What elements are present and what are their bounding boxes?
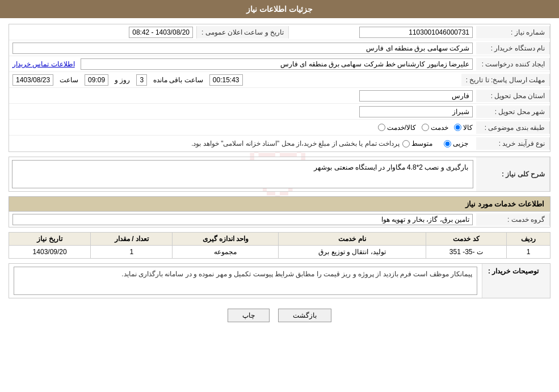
purchase-radio-motavaset[interactable]: متوسط	[402, 140, 432, 147]
page-title: جزئیات اطلاعات نیاز	[246, 5, 313, 14]
service-group-value: تامین برق، گاز، بخار و تهویه هوا	[9, 212, 476, 227]
service-group-label: گروه خدمت :	[476, 213, 550, 226]
category-radio-group: کالا خدمت کالا/خدمت	[12, 124, 473, 132]
col-quantity: تعداد / مقدار	[91, 233, 173, 246]
response-values: 1403/08/23 ساعت 09:09 روز و 3 ساعت باقی …	[9, 73, 461, 87]
print-button[interactable]: چاپ	[228, 309, 270, 322]
purchase-type-row: نوع فرآیند خرید : پرداخت تمام یا بخشی از…	[9, 136, 550, 151]
buyer-notes-label: توصیحات خریدار :	[482, 264, 550, 298]
cell-quantity: 1	[91, 246, 173, 259]
purchase-radio-jozii[interactable]: جزیی	[444, 140, 468, 147]
col-unit: واحد اندازه گیری	[173, 233, 279, 246]
need-number-box: 1103001046000731	[359, 27, 473, 38]
response-date: 1403/08/23	[12, 74, 53, 86]
category-kala-input[interactable]	[454, 124, 461, 131]
category-row: طبقه بندی موضوعی : کالا خدمت	[9, 120, 550, 136]
services-section-header: اطلاعات خدمات مورد نیاز	[9, 196, 550, 212]
remaining-days-label: روز و	[115, 76, 130, 84]
need-number-value: 1103001046000731	[289, 25, 476, 40]
page-container: جزئیات اطلاعات نیاز 🛡 شماره نیاز : 11030…	[0, 0, 559, 392]
creator-link[interactable]: اطلاعات تماس خریدار	[12, 60, 75, 68]
creator-value: علیرضا زمانپور کارشناس خط شرکت سهامی برق…	[9, 57, 476, 71]
table-row: 1 ت -35- 351 تولید، انتقال و توزیع برق م…	[9, 246, 550, 259]
city-box: شیراز	[359, 106, 473, 117]
category-kala-khedmat-input[interactable]	[378, 124, 385, 131]
purchase-type-value: پرداخت تمام یا بخشی از مبلغ خرید،از محل …	[9, 138, 476, 149]
content-area: 🛡 شماره نیاز : 1103001046000731 تاریخ و …	[0, 18, 559, 334]
buyer-org-box: شرکت سهامی برق منطقه ای فارس	[12, 43, 473, 54]
category-radio-kala[interactable]: کالا	[454, 124, 473, 132]
buyer-notes-section: توصیحات خریدار : پیمانکار موظف است فرم ب…	[9, 263, 550, 298]
table-body: 1 ت -35- 351 تولید، انتقال و توزیع برق م…	[9, 246, 550, 259]
purchase-type-group: پرداخت تمام یا بخشی از مبلغ خرید،از محل …	[12, 140, 473, 147]
need-desc-value: بارگیری و نصب 2*4.8 مگاوار در ایستگاه صن…	[9, 157, 476, 191]
remaining-time: 00:15:43	[209, 74, 243, 86]
creator-label: ایجاد کننده درخواست :	[476, 58, 550, 70]
cell-unit: مجموعه	[173, 246, 279, 259]
services-table: ردیف کد خدمت نام خدمت واحد اندازه گیری ت…	[9, 232, 550, 259]
data-table-section: ردیف کد خدمت نام خدمت واحد اندازه گیری ت…	[9, 232, 550, 259]
form-section: شماره نیاز : 1103001046000731 تاریخ و سا…	[9, 24, 550, 152]
remaining-time-label: ساعت باقی مانده	[153, 76, 203, 84]
category-khedmat-input[interactable]	[422, 124, 429, 131]
category-value: کالا خدمت کالا/خدمت	[9, 122, 476, 133]
main-content: شماره نیاز : 1103001046000731 تاریخ و سا…	[9, 24, 550, 328]
category-khedmat-label: خدمت	[431, 124, 448, 132]
purchase-jozii-label: جزیی	[453, 140, 468, 147]
remaining-days: 3	[136, 74, 147, 86]
buyer-org-label: نام دستگاه خریدار :	[476, 42, 550, 54]
category-radio-kala-khedmat[interactable]: کالا/خدمت	[378, 124, 416, 132]
col-service-name: نام خدمت	[279, 233, 426, 246]
cell-row-num: 1	[507, 246, 550, 259]
cell-service-name: تولید، انتقال و توزیع برق	[279, 246, 426, 259]
cell-date: 1403/09/20	[9, 246, 91, 259]
col-date: تاریخ نیاز	[9, 233, 91, 246]
category-kala-khedmat-label: کالا/خدمت	[387, 124, 416, 132]
service-group-box: تامین برق، گاز، بخار و تهویه هوا	[12, 214, 473, 225]
table-header-row: ردیف کد خدمت نام خدمت واحد اندازه گیری ت…	[9, 233, 550, 246]
page-header: جزئیات اطلاعات نیاز	[0, 0, 559, 18]
need-desc-box: بارگیری و نصب 2*4.8 مگاوار در ایستگاه صن…	[12, 160, 473, 188]
purchase-motavaset-input[interactable]	[402, 140, 410, 147]
purchase-note: پرداخت تمام یا بخشی از مبلغ خرید،از محل …	[12, 140, 400, 147]
response-row: مهلت ارسال پاسخ: تا تاریخ : 1403/08/23 س…	[9, 72, 550, 88]
purchase-type-label: نوع فرآیند خرید :	[476, 137, 550, 150]
city-row: شهر محل تحویل : شیراز	[9, 104, 550, 120]
response-time: 09:09	[85, 74, 108, 86]
province-box: فارس	[359, 90, 473, 102]
creator-row: ایجاد کننده درخواست : علیرضا زمانپور کار…	[9, 56, 550, 72]
need-desc-label: شرح کلی نیاز :	[476, 157, 550, 191]
back-button[interactable]: بازگشت	[278, 309, 331, 322]
province-value: فارس	[9, 88, 476, 103]
city-value: شیراز	[9, 104, 476, 119]
province-row: استان محل تحویل : فارس	[9, 88, 550, 104]
date-time-row: 1403/08/23 ساعت 09:09 روز و 3 ساعت باقی …	[12, 74, 458, 86]
announce-value: 1403/08/20 - 08:42	[9, 25, 196, 40]
buyer-notes-value: پیمانکار موظف است فرم بازدید از پروژه و …	[9, 264, 482, 298]
creator-box: علیرضا زمانپور کارشناس خط شرکت سهامی برق…	[81, 58, 473, 70]
buyer-org-row: نام دستگاه خریدار : شرکت سهامی برق منطقه…	[9, 40, 550, 56]
announce-label: تاریخ و ساعت اعلان عمومی :	[196, 26, 289, 39]
button-row: بازگشت چاپ	[9, 303, 550, 328]
province-label: استان محل تحویل :	[476, 90, 550, 102]
cell-service-code: ت -35- 351	[426, 246, 506, 259]
city-label: شهر محل تحویل :	[476, 106, 550, 118]
announce-value-box: 1403/08/20 - 08:42	[129, 27, 193, 38]
col-row-num: ردیف	[507, 233, 550, 246]
buyer-org-value: شرکت سهامی برق منطقه ای فارس	[9, 41, 476, 56]
buyer-notes-box: پیمانکار موظف است فرم بازدید از پروژه و …	[14, 267, 477, 295]
category-label: طبقه بندی موضوعی :	[476, 121, 550, 134]
purchase-motavaset-label: متوسط	[411, 140, 432, 147]
col-service-code: کد خدمت	[426, 233, 506, 246]
need-desc-section: شرح کلی نیاز : بارگیری و نصب 2*4.8 مگاوا…	[9, 157, 550, 192]
response-label: مهلت ارسال پاسخ: تا تاریخ :	[461, 74, 550, 86]
purchase-jozii-input[interactable]	[444, 140, 451, 147]
service-group-row: گروه خدمت : تامین برق، گاز، بخار و تهویه…	[9, 212, 550, 227]
category-kala-label: کالا	[463, 124, 473, 132]
need-number-label: شماره نیاز :	[476, 26, 550, 39]
category-radio-khedmat[interactable]: خدمت	[422, 124, 448, 132]
response-time-label: ساعت	[60, 76, 78, 84]
need-number-row: شماره نیاز : 1103001046000731 تاریخ و سا…	[9, 24, 550, 40]
